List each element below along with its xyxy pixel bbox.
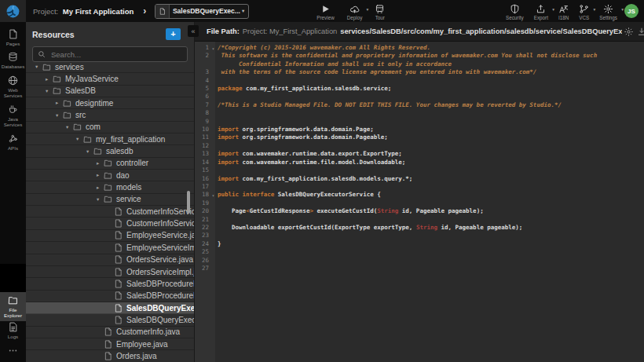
tree-file-EmployeeServiceImpl.java[interactable]: EmployeeServiceImpl.java [26,242,194,254]
tree-folder-SalesDB[interactable]: ▾SalesDB [26,86,194,97]
code-line[interactable]: 7/*This is a Studio Managed File. DO NOT… [195,101,644,109]
code-line[interactable]: 2 This software is the confidential and … [195,52,644,68]
vcs-button[interactable]: ▾VCS [579,2,589,20]
sidebar-item-file-explorer[interactable]: File Explorer [0,292,26,321]
code-line[interactable]: 12 [195,142,644,150]
tree-folder-com[interactable]: ▾com [26,122,194,133]
code-line[interactable]: 26 [195,257,644,265]
code-line[interactable]: 24} [195,240,644,248]
tree-folder-designtime[interactable]: ▸designtime [26,97,194,109]
export-button[interactable]: ▾Export [534,2,548,20]
tree-folder-MyJavaService[interactable]: ▸MyJavaService [26,73,194,85]
chevron-right-icon[interactable]: ▸ [56,100,63,106]
editor-settings-button[interactable] [622,27,635,37]
code-editor[interactable]: 1▾/*Copyright (c) 2015-2016 wavemaker.co… [195,42,644,362]
code-line[interactable]: 23 [195,232,644,240]
code-line[interactable]: 19 [195,199,644,207]
tree-folder-my_first_application[interactable]: ▾my_first_application [26,133,194,145]
chevron-down-icon[interactable]: ▾ [86,148,93,155]
chevron-down-icon[interactable]: ▾ [97,196,104,203]
code-line[interactable]: 8 [195,109,644,117]
open-file-dropdown[interactable]: SalesDBQueryExec... ▾ [155,4,249,19]
collapse-panel-button[interactable]: « [188,25,199,37]
sidebar-item-logs[interactable]: Logs [0,319,26,342]
search-input[interactable] [49,49,182,60]
code-line[interactable]: 9 [195,118,644,126]
chevron-right-icon[interactable]: ▸ [97,185,104,191]
add-resource-button[interactable]: + [166,28,181,40]
tree-file-SalesDBProcedureExecutorServiceImpl.java[interactable]: SalesDBProcedureExecutorServiceImpl.java [26,291,194,302]
tour-button[interactable]: Tour [375,2,385,20]
tree-item-label: com [86,122,101,131]
code-line[interactable]: 15 [195,166,644,174]
tree-file-Employee.java[interactable]: Employee.java [26,338,194,350]
tree-folder-salesdb[interactable]: ▾salesdb [26,145,194,157]
tree-file-SalesDBProcedureExecutorService.java[interactable]: SalesDBProcedureExecutorService.java [26,278,194,290]
tree-file-Orders.java[interactable]: Orders.java [26,350,194,362]
user-avatar[interactable]: JS [624,4,639,18]
code-line[interactable]: 3 with the terms of the source code lice… [195,68,644,76]
sidebar-item-java-services[interactable]: Java Services [0,101,26,130]
chevron-down-icon[interactable]: ▾ [56,112,63,119]
tree-file-OrdersServiceImpl.java[interactable]: OrdersServiceImpl.java [26,266,194,278]
deploy-button[interactable]: ▾Deploy [347,2,363,20]
code-line[interactable]: 6 [195,93,644,101]
chevron-right-icon[interactable]: ▸ [97,172,104,178]
tree-file-SalesDBQueryExecutorService.java[interactable]: SalesDBQueryExecutorService.java [26,302,194,314]
code-line[interactable]: 10import org.springframework.data.domain… [195,126,644,133]
tree-file-CustomerInfoService.java[interactable]: CustomerInfoService.java [26,206,194,218]
tree-folder-dao[interactable]: ▸dao [26,170,194,181]
chevron-down-icon[interactable]: ▾ [66,124,73,130]
chevron-down-icon[interactable]: ▾ [35,64,42,70]
security-button[interactable]: Security [506,2,524,20]
tree-folder-models[interactable]: ▸models [26,181,194,193]
tree-file-CustomerInfo.java[interactable]: CustomerInfo.java [26,327,194,338]
tree-folder-service[interactable]: ▾service [26,194,194,206]
code-line-content [215,93,644,101]
sidebar-item-databases[interactable]: Databases [0,49,26,71]
topbar-actions-left: Preview▾DeployTour [317,2,385,20]
preview-button[interactable]: Preview [317,2,334,20]
code-line[interactable]: 5package com.my_first_application.salesd… [195,85,644,93]
code-line[interactable]: 17 [195,183,644,191]
code-line[interactable]: 22 Downloadable exportGetCustId(ExportTy… [195,224,644,232]
more-menu-button[interactable] [0,346,26,356]
code-line[interactable]: 1▾/*Copyright (c) 2015-2016 wavemaker.co… [195,44,644,52]
code-line[interactable]: 4 [195,77,644,85]
tree-folder-controller[interactable]: ▸controller [26,158,194,170]
line-number: 26 [195,257,215,265]
main-area: PagesDatabasesWeb ServicesJava ServicesA… [0,22,644,362]
code-line[interactable]: 16import com.my_first_application.salesd… [195,175,644,183]
download-file-button[interactable] [635,27,644,36]
wavemaker-logo[interactable] [0,0,26,22]
code-line[interactable]: 27 [195,265,644,272]
code-line[interactable]: 13import com.wavemaker.runtime.data.expo… [195,150,644,158]
file-dropdown-label: SalesDBQueryExec... [170,7,242,15]
sidebar-item-apis[interactable]: APIs [0,130,26,153]
chevron-right-icon[interactable]: ▸ [97,160,104,166]
tree-file-CustomerInfoServiceImpl.java[interactable]: CustomerInfoServiceImpl.java [26,218,194,229]
code-line[interactable]: 14import com.wavemaker.runtime.file.mode… [195,159,644,166]
sidebar-item-pages[interactable]: Pages [0,26,26,49]
tree-folder-src[interactable]: ▾src [26,109,194,121]
line-number: 12 [195,142,215,150]
code-line[interactable]: 25 [195,248,644,256]
chevron-down-icon[interactable]: ▾ [46,88,53,94]
sidebar-item-web-services[interactable]: Web Services [0,72,26,101]
code-line[interactable]: 11import org.springframework.data.domain… [195,133,644,141]
settings-button[interactable]: ▾Settings [599,2,617,20]
tree-file-OrdersService.java[interactable]: OrdersService.java [26,254,194,266]
chevron-down-icon[interactable]: ▾ [76,136,83,142]
search-icon [38,50,46,58]
tree-file-SalesDBQueryExecutorServiceImpl.java[interactable]: SalesDBQueryExecutorServiceImpl.java [26,314,194,326]
tree-file-EmployeeService.java[interactable]: EmployeeService.java [26,230,194,242]
code-line[interactable]: 20 Page<GetCustIdResponse> executeGetCus… [195,207,644,215]
tree-folder-services[interactable]: ▾services [26,61,194,73]
code-line[interactable]: 21 [195,216,644,224]
code-line[interactable]: 18▾public interface SalesDBQueryExecutor… [195,191,644,199]
i18n-button[interactable]: I18N [558,2,569,20]
tree-scrollbar-thumb[interactable] [187,191,190,214]
chevron-right-icon[interactable]: ▸ [46,76,53,82]
folder-icon [83,135,92,144]
tree-item-label: service [116,195,141,203]
